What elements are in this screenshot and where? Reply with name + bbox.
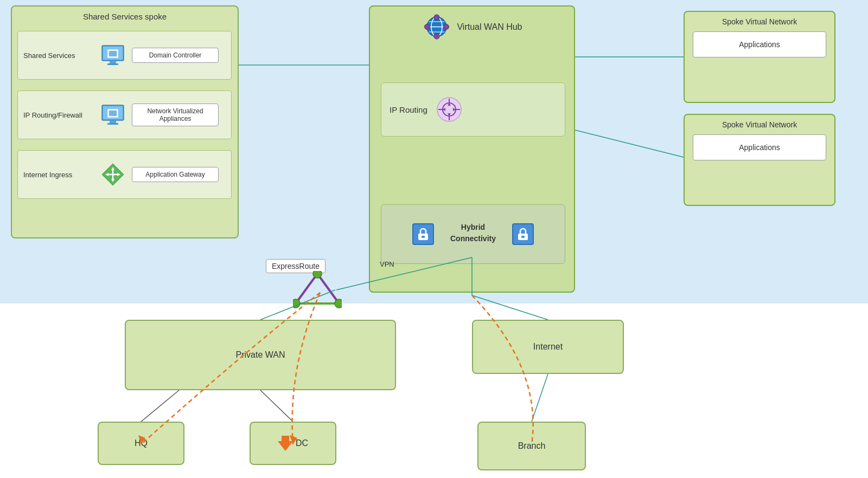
svg-rect-41 [521,236,525,238]
spoke-vnet-1: Spoke Virtual Network Applications [684,11,835,103]
private-wan-label: Private WAN [236,350,285,360]
hq-label: HQ [135,438,148,448]
branch-box: Branch [477,422,586,470]
internet-ingress-label: Internet Ingress [23,171,94,179]
vwan-hub-title: Virtual WAN Hub [457,22,522,32]
svg-point-26 [443,24,449,30]
svg-rect-7 [110,120,116,123]
expressroute-icon [293,271,342,311]
svg-rect-11 [109,111,117,116]
globe-icon [422,12,451,42]
spoke-vnet-2-app: Applications [693,134,826,160]
svg-point-27 [434,34,439,39]
hq-box: HQ [98,422,184,465]
routing-icon [436,96,463,123]
hybrid-lock-left [412,223,434,245]
application-gateway-box: Application Gateway [132,167,219,182]
hybrid-connectivity-box: Hybrid Connectivity [381,204,565,264]
svg-line-42 [296,274,317,303]
svg-rect-1 [110,61,116,63]
private-wan-box: Private WAN [125,320,396,390]
svg-point-45 [313,271,322,278]
shared-services-row: Shared Services Domain Controller [17,31,232,80]
internet-box: Internet [472,320,624,374]
dc-label: DC [296,438,308,448]
shared-services-spoke: Shared Services spoke Shared Services Do… [11,5,239,238]
svg-line-43 [317,274,339,303]
vwan-hub-title-area: Virtual WAN Hub [422,12,522,42]
domain-controller-box: Domain Controller [132,48,219,63]
ip-routing-box: IP Routing [381,82,565,137]
svg-rect-39 [422,236,425,238]
spoke-vnet-2-title: Spoke Virtual Network [685,115,834,132]
shared-services-spoke-title: Shared Services spoke [83,12,167,21]
dc-arrow-icon [278,436,293,451]
svg-point-24 [424,24,430,30]
svg-point-47 [335,299,342,308]
vwan-hub: Virtual WAN Hub IP Routing [369,5,575,293]
spoke-vnet-2: Spoke Virtual Network Applications [684,114,835,206]
ip-routing-label: IP Routing [390,105,427,114]
ip-routing-row: IP Routing/Firewall Network VirtualizedA… [17,91,232,139]
vpn-label: VPN [380,260,394,268]
shared-services-label: Shared Services [23,51,94,60]
internet-label: Internet [533,342,563,352]
svg-point-46 [293,299,300,308]
spoke-vnet-1-title: Spoke Virtual Network [685,12,834,29]
branch-label: Branch [518,441,546,451]
app-gateway-icon [99,161,126,188]
svg-rect-8 [107,123,118,125]
monitor-icon-1 [99,42,126,69]
svg-rect-5 [109,51,117,56]
spoke-vnet-1-app: Applications [693,31,826,57]
svg-point-25 [434,15,439,20]
ip-routing-firewall-label: IP Routing/Firewall [23,111,94,119]
svg-marker-48 [278,436,293,451]
svg-rect-2 [107,63,118,65]
hybrid-connectivity-subtitle: Connectivity [450,234,496,243]
internet-ingress-row: Internet Ingress Application Gateway [17,150,232,199]
network-appliances-box: Network VirtualizedAppliances [132,104,219,126]
hybrid-lock-right [512,223,534,245]
monitor-icon-2 [99,101,126,128]
dc-box: DC [250,422,336,465]
hybrid-connectivity-title: Hybrid [450,223,496,231]
